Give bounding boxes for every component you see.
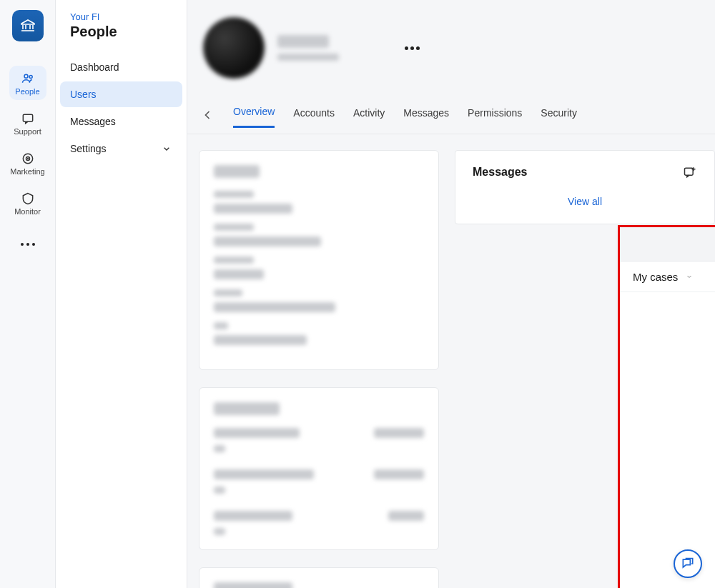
sidenav-item-label: Settings	[70, 143, 107, 154]
rail-item-monitor[interactable]: Monitor	[9, 186, 46, 220]
marketing-icon	[21, 151, 35, 166]
redacted-card-title	[214, 165, 260, 178]
sidenav-item-messages[interactable]: Messages	[60, 109, 182, 134]
bank-icon	[19, 17, 36, 34]
inbox-filter-row: My cases	[620, 261, 715, 292]
sidenav-title: People	[60, 24, 182, 53]
rail-label: Support	[14, 127, 41, 136]
sidenav-item-users[interactable]: Users	[60, 81, 182, 107]
tab-overview[interactable]: Overview	[233, 101, 275, 128]
sidenav-item-label: Dashboard	[70, 61, 119, 73]
sidenav: Your FI People Dashboard Users Messages …	[56, 0, 187, 588]
avatar	[203, 17, 265, 79]
redacted-subtitle	[277, 54, 339, 61]
sidenav-item-label: Messages	[70, 116, 116, 127]
rail-item-people[interactable]: People	[9, 66, 46, 100]
svg-point-1	[29, 76, 32, 79]
redacted-card-title	[214, 402, 280, 415]
monitor-icon	[21, 191, 35, 206]
messages-card: Messages View all	[455, 150, 715, 224]
tab-accounts[interactable]: Accounts	[293, 103, 335, 127]
tabs: Overview Accounts Activity Messages Perm…	[187, 101, 715, 134]
redacted-name	[277, 35, 329, 48]
app-logo	[12, 10, 44, 41]
support-icon	[21, 111, 35, 126]
tab-security[interactable]: Security	[541, 103, 577, 127]
main: Overview Accounts Activity Messages Perm…	[187, 0, 715, 588]
extra-card	[199, 567, 439, 588]
rail-label: Monitor	[14, 207, 41, 216]
profile-name-area	[277, 35, 339, 61]
inbox-header: Inbox	[620, 227, 715, 261]
sidenav-item-settings[interactable]: Settings	[60, 136, 182, 161]
chat-fab[interactable]	[674, 549, 702, 578]
nav-rail: People Support Marketing Monitor	[0, 0, 56, 588]
tab-permissions[interactable]: Permissions	[468, 103, 522, 127]
rail-label: People	[15, 87, 39, 96]
org-name[interactable]: Your FI	[60, 11, 182, 24]
chat-icon	[681, 557, 695, 571]
inbox-filter-dropdown[interactable]: My cases	[633, 271, 694, 283]
about-card	[199, 150, 439, 370]
chevron-down-icon	[685, 272, 694, 281]
people-icon	[21, 71, 35, 86]
accounts-card	[199, 387, 439, 550]
back-button[interactable]	[200, 108, 214, 122]
view-all-link[interactable]: View all	[568, 196, 602, 207]
tab-messages[interactable]: Messages	[403, 103, 449, 127]
sidenav-item-label: Users	[70, 89, 97, 100]
rail-item-marketing[interactable]: Marketing	[9, 146, 46, 180]
tab-activity[interactable]: Activity	[353, 103, 385, 127]
inbox-empty-state: Nothing here!	[620, 292, 715, 588]
rail-label: Marketing	[10, 167, 44, 176]
profile-actions-button[interactable]	[402, 44, 423, 53]
rail-more-button[interactable]	[11, 233, 45, 256]
profile-header	[187, 0, 715, 101]
chevron-down-icon	[161, 143, 172, 154]
sidenav-item-dashboard[interactable]: Dashboard	[60, 54, 182, 80]
svg-rect-2	[23, 114, 32, 121]
redacted-card-title	[214, 582, 292, 588]
inbox-filter-label: My cases	[633, 271, 678, 283]
svg-rect-6	[685, 168, 694, 175]
new-message-icon[interactable]	[683, 165, 697, 179]
svg-point-5	[27, 159, 28, 159]
inbox-panel: Inbox My cases Nothing here!	[620, 227, 715, 588]
rail-item-support[interactable]: Support	[9, 106, 46, 140]
messages-card-title: Messages	[473, 166, 528, 179]
svg-point-0	[24, 74, 28, 78]
